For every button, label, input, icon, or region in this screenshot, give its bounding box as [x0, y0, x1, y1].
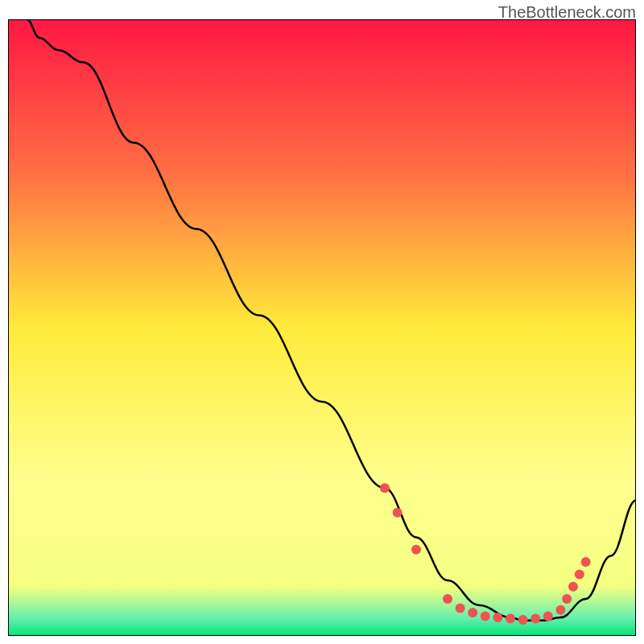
- marker-dot: [468, 608, 477, 617]
- marker-dot: [506, 614, 515, 624]
- marker-dot: [481, 611, 490, 621]
- marker-dot: [443, 594, 452, 604]
- chart-container: [8, 19, 636, 636]
- marker-dot: [575, 569, 584, 579]
- marker-dot: [581, 557, 591, 567]
- marker-dot: [555, 605, 565, 615]
- marker-dot: [380, 483, 390, 493]
- marker-dot: [562, 594, 572, 604]
- chart-svg: [8, 19, 636, 636]
- marker-dot: [518, 615, 528, 625]
- marker-dot: [530, 614, 540, 624]
- marker-dot: [543, 611, 553, 621]
- watermark-text: TheBottleneck.com: [498, 3, 636, 22]
- marker-dot: [568, 582, 578, 592]
- marker-dot: [456, 604, 465, 613]
- chart-background: [8, 19, 636, 636]
- marker-dot: [493, 613, 502, 622]
- marker-dot: [393, 508, 402, 518]
- marker-dot: [411, 545, 421, 555]
